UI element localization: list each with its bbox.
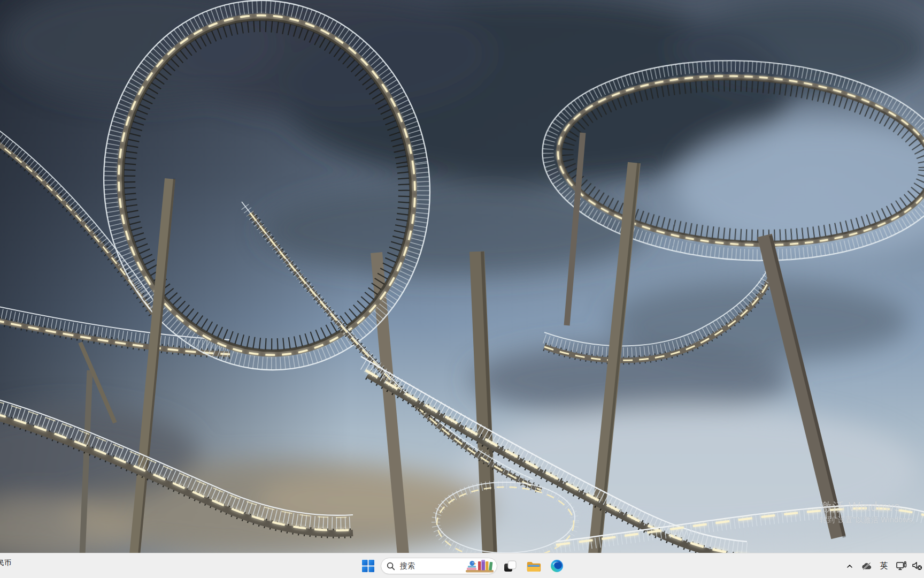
wallpaper-tiger-turtle — [0, 0, 924, 553]
windows-logo-icon — [362, 560, 374, 572]
edge-button[interactable] — [547, 553, 566, 578]
tray-network-button[interactable] — [894, 553, 910, 578]
tray-ime-button[interactable]: 英 — [876, 553, 891, 578]
books-illustration-icon — [461, 558, 497, 574]
desktop[interactable]: 激活 Windows 转到“设置”以激活 Windows。 — [0, 0, 924, 553]
cloud-offline-icon — [861, 561, 873, 571]
task-view-button[interactable] — [501, 553, 519, 578]
file-explorer-icon — [526, 559, 541, 573]
file-explorer-button[interactable] — [524, 553, 543, 578]
search-box[interactable]: 搜索 — [381, 558, 497, 574]
tray-cloud-offline-button[interactable] — [859, 553, 875, 578]
ime-language-label: 英 — [880, 561, 888, 571]
search-highlight-thumbnail[interactable] — [461, 558, 497, 574]
tray-hidden-icons-button[interactable] — [843, 553, 857, 578]
volume-muted-icon — [912, 561, 923, 571]
chevron-up-icon — [845, 562, 854, 571]
edge-icon — [550, 559, 564, 573]
taskbar-left-text[interactable]: 民币 — [0, 558, 11, 568]
network-ethernet-icon — [896, 561, 907, 572]
search-placeholder: 搜索 — [400, 561, 461, 571]
start-button[interactable] — [358, 553, 378, 578]
search-icon — [387, 562, 395, 571]
task-view-icon — [503, 559, 517, 573]
tray-volume-button[interactable] — [910, 553, 924, 578]
taskbar: 民币 搜索 — [0, 553, 924, 578]
